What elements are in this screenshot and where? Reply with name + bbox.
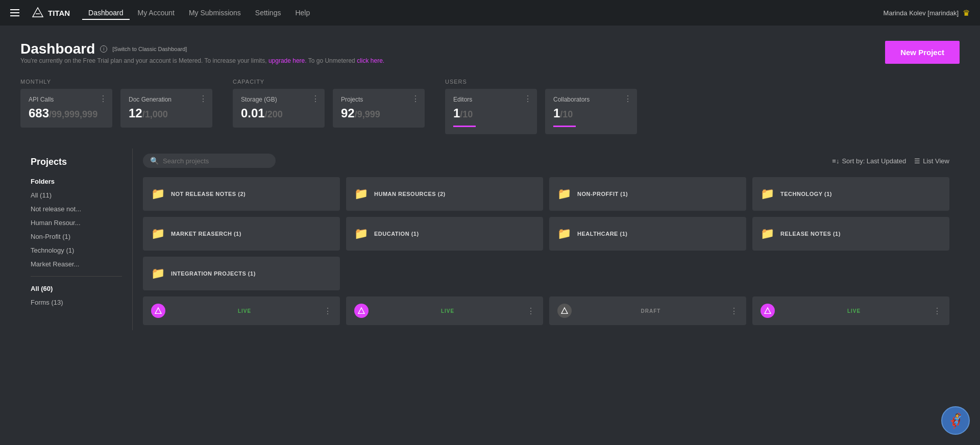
doc-gen-value: 12/1,000 [129,106,204,120]
folder-not-release-notes[interactable]: 📁 NOT RELEASE NOTES (2) [143,177,340,211]
sidebar: Projects Folders All (11) Not release no… [20,149,133,330]
projects-label: Projects [341,96,416,103]
project-card-header: DRAFT ⋮ [557,304,738,318]
folder-technology[interactable]: 📁 TECHNOLOGY (1) [752,177,949,211]
nav-my-account[interactable]: My Account [132,6,181,20]
search-box[interactable]: 🔍 [143,154,276,168]
metric-doc-gen-menu[interactable]: ⋮ [199,94,207,104]
svg-marker-2 [155,308,161,313]
folder-integration-projects[interactable]: 📁 INTEGRATION PROJECTS (1) [143,257,340,290]
project-logo [557,304,572,318]
metric-api-calls-menu[interactable]: ⋮ [99,94,107,104]
project-logo [761,304,775,318]
project-grid-area: 🔍 ≡↓ Sort by: Last Updated ☰ List View [133,149,960,330]
project-card-1[interactable]: LIVE ⋮ [143,296,340,325]
user-info: Marinda Kolev [marindak] ♛ [884,8,970,18]
metric-collaborators-menu[interactable]: ⋮ [624,94,632,104]
switch-to-classic-link[interactable]: [Switch to Classic Dashboard] [112,46,187,52]
project-card-3[interactable]: DRAFT ⋮ [549,296,746,325]
projects-value: 92/9,999 [341,106,416,120]
sidebar-item-market[interactable]: Market Reaser... [20,257,132,271]
list-view-icon: ☰ [914,157,920,165]
view-button[interactable]: ☰ List View [914,157,949,165]
folder-icon: 📁 [761,187,774,201]
nav-dashboard[interactable]: Dashboard [82,6,130,20]
svg-marker-5 [765,308,771,313]
nav-help[interactable]: Help [289,6,316,20]
folder-icon: 📁 [151,267,165,280]
monthly-cards: ⋮ API Calls 683/99,999,999 ⋮ Doc Generat… [20,89,212,128]
all-label[interactable]: All (60) [20,282,132,295]
metric-editors-menu[interactable]: ⋮ [524,94,532,104]
metric-projects: ⋮ Projects 92/9,999 [333,89,425,128]
storage-value: 0.01/200 [241,106,316,120]
sidebar-item-human-resources[interactable]: Human Resour... [20,216,132,230]
metric-doc-generation: ⋮ Doc Generation 12/1,000 [120,89,212,128]
project-logo [354,304,369,318]
editors-label: Editors [453,96,529,103]
folder-market-research[interactable]: 📁 MARKET REASERCH (1) [143,217,340,251]
upgrade-link[interactable]: upgrade here. [268,57,307,64]
page-title: Dashboard [20,41,95,57]
sidebar-item-all-11[interactable]: All (11) [20,188,132,202]
logo: TITAN [32,7,70,19]
status-badge: DRAFT [641,308,661,314]
project-card-menu[interactable]: ⋮ [933,306,941,316]
svg-marker-3 [358,308,364,313]
dashboard-header: Dashboard i [Switch to Classic Dashboard… [20,41,960,75]
new-project-button[interactable]: New Project [885,41,960,64]
sort-icon: ≡↓ [832,157,839,165]
sidebar-item-not-release[interactable]: Not release not... [20,202,132,216]
logo-text: TITAN [48,9,70,17]
project-card-header: LIVE ⋮ [151,304,332,318]
nav-my-submissions[interactable]: My Submissions [183,6,247,20]
sort-label: Sort by: Last Updated [842,157,906,165]
project-card-4[interactable]: LIVE ⋮ [752,296,949,325]
project-card-menu[interactable]: ⋮ [527,306,535,316]
sort-button[interactable]: ≡↓ Sort by: Last Updated [832,157,906,165]
users-group: USERS ⋮ Editors 1/10 ⋮ Collaborator [445,79,637,134]
project-card-header: LIVE ⋮ [761,304,941,318]
search-input[interactable] [163,157,268,165]
folder-grid: 📁 NOT RELEASE NOTES (2) 📁 HUMAN RESOURCE… [143,177,949,251]
nav-settings[interactable]: Settings [249,6,287,20]
monthly-label: MONTHLY [20,79,212,85]
svg-marker-0 [33,8,43,17]
folder-healthcare[interactable]: 📁 HEALTHCARE (1) [549,217,746,251]
metrics-section: MONTHLY ⋮ API Calls 683/99,999,999 ⋮ Doc… [20,79,960,134]
click-here-link[interactable]: click here. [357,57,384,64]
capacity-label: CAPACITY [233,79,425,85]
folder-icon: 📁 [354,187,368,201]
collaborators-label: Collaborators [553,96,629,103]
sidebar-item-non-profit[interactable]: Non-Profit (1) [20,230,132,243]
info-icon[interactable]: i [100,45,107,53]
metric-projects-menu[interactable]: ⋮ [411,94,420,104]
folder-release-notes[interactable]: 📁 RELEASE NOTES (1) [752,217,949,251]
folder-human-resources[interactable]: 📁 HUMAN RESOURCES (2) [346,177,543,211]
nav-links: Dashboard My Account My Submissions Sett… [82,6,871,20]
folder-name: INTEGRATION PROJECTS (1) [171,270,256,277]
folder-education[interactable]: 📁 EDUCATION (1) [346,217,543,251]
project-card-2[interactable]: LIVE ⋮ [346,296,543,325]
upgrade-message: You're currently on the Free Trial plan … [20,57,267,64]
monthly-group: MONTHLY ⋮ API Calls 683/99,999,999 ⋮ Doc… [20,79,212,134]
hamburger-menu[interactable] [10,9,19,16]
unmetered-text: To go Unmetered [308,57,355,64]
sidebar-item-forms[interactable]: Forms (13) [20,295,132,309]
api-calls-value: 683/99,999,999 [29,106,104,120]
status-badge: LIVE [441,308,454,314]
metric-storage-menu[interactable]: ⋮ [311,94,320,104]
folder-non-proffit[interactable]: 📁 NON-PROFFIT (1) [549,177,746,211]
search-icon: 🔍 [150,157,159,165]
metric-storage: ⋮ Storage (GB) 0.01/200 [233,89,325,128]
folder-icon: 📁 [557,227,571,240]
project-card-menu[interactable]: ⋮ [324,306,332,316]
folder-name: HUMAN RESOURCES (2) [374,191,446,197]
sidebar-divider [31,276,122,277]
svg-marker-4 [561,308,568,313]
folder-name: NON-PROFFIT (1) [577,191,628,197]
sidebar-item-technology[interactable]: Technology (1) [20,243,132,257]
main-content: Dashboard i [Switch to Classic Dashboard… [0,26,980,340]
project-card-menu[interactable]: ⋮ [730,306,738,316]
username: Marinda Kolev [marindak] [884,9,959,17]
